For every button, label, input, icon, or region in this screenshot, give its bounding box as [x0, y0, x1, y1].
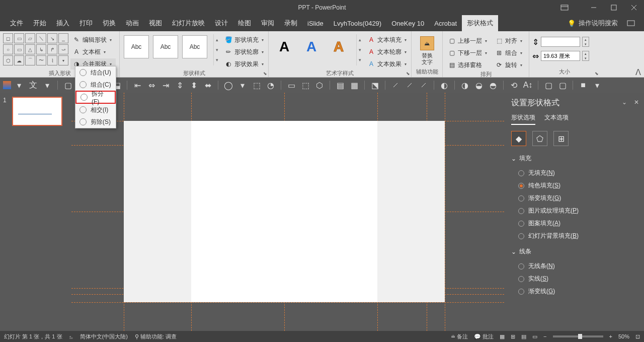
tab-slideshow[interactable]: 幻灯片放映 — [167, 15, 210, 31]
qat-btn[interactable]: ▭ — [285, 79, 297, 91]
ribbon-display-options[interactable] — [555, 0, 574, 15]
qat-btn[interactable]: ◯ — [222, 79, 234, 91]
slide-thumbnail[interactable]: 1 — [3, 97, 68, 126]
comments-button[interactable]: 💬 批注 — [474, 333, 494, 340]
tab-review[interactable]: 审阅 — [256, 15, 279, 31]
collapse-ribbon[interactable]: ᐱ — [634, 68, 642, 76]
qat-btn[interactable]: ⬍ — [188, 79, 200, 91]
qat-btn[interactable]: ◐ — [438, 79, 450, 91]
view-sorter[interactable]: ⊞ — [511, 333, 515, 340]
shape-mini[interactable]: ▭ — [14, 33, 24, 43]
text-fill-button[interactable]: A文本填充▾ — [365, 34, 411, 45]
shape-mini[interactable]: ＼ — [36, 33, 46, 43]
qat-btn[interactable]: ⬌ — [202, 79, 214, 91]
shape-mini[interactable]: △ — [25, 44, 35, 54]
dialog-launcher[interactable]: ⬊ — [595, 71, 599, 76]
group-button[interactable]: ⊞组合▾ — [493, 47, 526, 58]
qat-btn[interactable]: ⇔ — [145, 79, 157, 91]
section-line[interactable]: ⌄线条 — [511, 247, 637, 256]
style-preset[interactable]: Abc — [124, 35, 149, 58]
qat-btn[interactable]: ⟋ — [404, 79, 416, 91]
qat-caret[interactable]: ▾ — [236, 79, 249, 91]
qat-btn[interactable]: ⬚ — [251, 79, 263, 91]
qat-btn[interactable]: ■ — [577, 79, 589, 91]
gallery-more[interactable]: ▴▾▾ — [213, 34, 220, 65]
fill-line-tab-icon[interactable]: ◆ — [511, 131, 526, 146]
slide[interactable] — [124, 121, 445, 302]
text-outline-button[interactable]: A文本轮廓▾ — [365, 46, 411, 57]
qat-btn[interactable]: ⟲ — [508, 79, 520, 91]
qat-btn[interactable]: ⟋ — [389, 79, 401, 91]
menu-fragment[interactable]: 拆分(F) — [75, 91, 116, 104]
qat-btn[interactable]: ⬔ — [369, 79, 381, 91]
dialog-launcher[interactable]: ⬊ — [406, 71, 410, 76]
qat-color-swatch[interactable] — [3, 81, 11, 89]
qat-btn[interactable]: ◓ — [487, 79, 499, 91]
language-button[interactable]: 简体中文(中国大陆) — [80, 333, 128, 340]
accessibility-status[interactable]: ⚲ 辅助功能: 调查 — [135, 333, 177, 340]
gallery-more[interactable]: ▴▾▾ — [356, 34, 363, 65]
shape-fill-button[interactable]: 🪣形状填充▾ — [222, 34, 268, 45]
qat-btn[interactable]: ⇥ — [159, 79, 172, 91]
qat-btn[interactable]: ⬡ — [313, 79, 326, 91]
shape-styles-gallery[interactable]: Abc Abc Abc — [120, 31, 211, 58]
shape-mini[interactable]: ↘ — [47, 33, 57, 43]
wordart-preset[interactable]: A — [300, 35, 323, 58]
notes-button[interactable]: ≐ 备注 — [451, 333, 468, 340]
view-normal[interactable]: ▦ — [500, 333, 505, 340]
tab-draw[interactable]: 绘图 — [233, 15, 256, 31]
height-input[interactable] — [541, 37, 580, 47]
rotate-button[interactable]: ⟳旋转▾ — [493, 59, 526, 71]
qat-caret[interactable]: ▾ — [41, 79, 53, 91]
qat-btn[interactable]: A↕ — [522, 79, 534, 91]
fit-to-window[interactable]: ⊡ — [635, 333, 640, 340]
pane-tab-shape[interactable]: 形状选项 — [511, 113, 535, 125]
shape-mini[interactable]: ⤻ — [58, 44, 68, 54]
radio-gradient-line[interactable]: 渐变线(G) — [511, 285, 637, 298]
shape-mini[interactable]: ▭ — [14, 44, 24, 54]
view-reading[interactable]: ▤ — [521, 333, 526, 340]
tab-file[interactable]: 文件 — [5, 15, 28, 31]
qat-btn[interactable]: ▤ — [334, 79, 346, 91]
menu-intersect[interactable]: 相交(I) — [75, 104, 116, 116]
qat-btn[interactable]: ⬚ — [299, 79, 311, 91]
shape-mini[interactable]: ⬡ — [3, 55, 13, 65]
pane-collapse[interactable]: ⌄ — [622, 99, 627, 106]
tab-lvyhtools[interactable]: LvyhTools(0429) — [329, 15, 386, 31]
style-preset[interactable]: Abc — [153, 35, 178, 58]
qat-btn[interactable]: ⇕ — [174, 79, 186, 91]
wordart-preset[interactable]: A — [273, 35, 296, 58]
wordart-preset[interactable]: A — [327, 35, 350, 58]
bring-forward-button[interactable]: ▢上移一层▾ — [446, 35, 491, 46]
share-button[interactable] — [623, 20, 639, 27]
zoom-level[interactable]: 50% — [618, 333, 629, 339]
menu-union[interactable]: 结合(U) — [75, 66, 116, 79]
shape-mini[interactable]: ⌒ — [25, 55, 35, 65]
tab-home[interactable]: 开始 — [28, 15, 51, 31]
zoom-slider[interactable] — [553, 335, 603, 337]
qat-btn[interactable]: ⟋ — [418, 79, 430, 91]
radio-solid-fill[interactable]: 纯色填充(S) — [511, 179, 637, 192]
shape-mini[interactable]: ↳ — [36, 44, 46, 54]
alt-text-button[interactable]: ⛰ 替换 文字 — [417, 33, 438, 65]
text-box-button[interactable]: A文本框▾ — [70, 46, 116, 57]
tab-view[interactable]: 视图 — [144, 15, 167, 31]
spellcheck-icon[interactable]: ⎁ — [69, 333, 73, 339]
radio-pattern-fill[interactable]: 图案填充(A) — [511, 217, 637, 230]
shapes-gallery[interactable]: ◻ ▭ ▱ ＼ ↘ ⎯ ○ ▭ △ ↳ ↱ ⤻ ⬡ ☁ ⌒ 〜 ⌇ ▾ — [3, 33, 68, 65]
menu-combine[interactable]: 组合(C) — [75, 79, 116, 91]
shape-mini[interactable]: ⎯ — [58, 33, 68, 43]
radio-gradient-fill[interactable]: 渐变填充(G) — [511, 192, 637, 204]
close-button[interactable] — [624, 0, 644, 15]
shape-outline-button[interactable]: ✏形状轮廓▾ — [222, 46, 268, 57]
radio-solid-line[interactable]: 实线(S) — [511, 272, 637, 285]
tab-islide[interactable]: iSlide — [302, 15, 329, 31]
maximize-button[interactable] — [604, 0, 624, 15]
shape-mini[interactable]: ▱ — [25, 33, 35, 43]
dialog-launcher[interactable]: ⬊ — [263, 71, 267, 76]
menu-subtract[interactable]: 剪除(S) — [75, 116, 116, 128]
qat-btn[interactable]: ▢ — [62, 79, 74, 91]
view-slideshow[interactable]: ▭ — [532, 333, 537, 340]
shape-effects-button[interactable]: ◐形状效果▾ — [222, 58, 268, 70]
tab-onekey[interactable]: OneKey 10 — [386, 15, 429, 31]
